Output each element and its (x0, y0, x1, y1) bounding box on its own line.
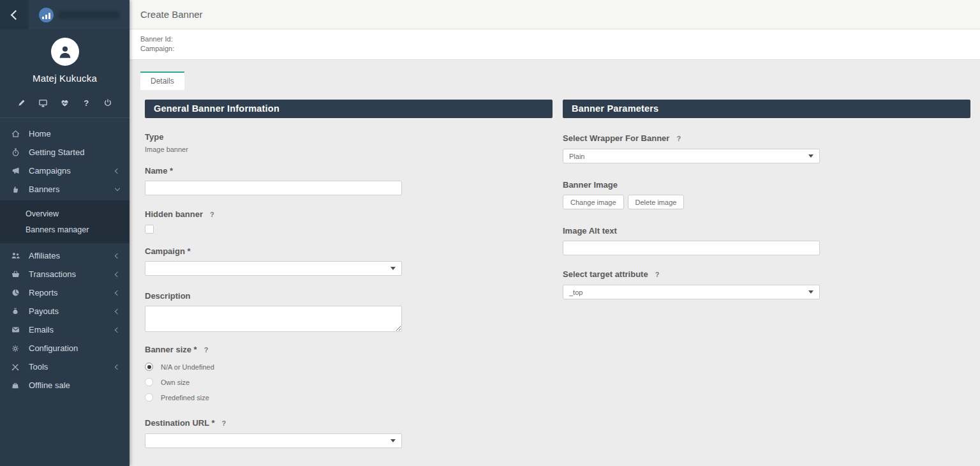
collapse-sidebar-button[interactable] (0, 0, 29, 29)
target-attribute-select[interactable]: _top (563, 285, 820, 299)
sidebar-item-tools[interactable]: Tools (0, 357, 130, 376)
sidebar-item-label: Reports (29, 288, 115, 297)
home-icon (10, 129, 20, 139)
sidebar: Matej Kukucka ? Home Getting Started Cam… (0, 0, 130, 466)
panel-title: General Banner Information (145, 100, 553, 118)
help-icon[interactable]: ? (676, 135, 681, 142)
destination-url-label: Destination URL * (145, 418, 215, 428)
power-icon[interactable] (103, 98, 113, 108)
content: Details General Banner Information Type … (130, 60, 980, 466)
wrapper-select[interactable]: Plain (563, 149, 820, 163)
campaign-meta-label: Campaign: (140, 44, 980, 54)
sidebar-item-banners[interactable]: Banners (0, 180, 130, 199)
description-label: Description (145, 291, 553, 301)
radio-button-checked[interactable] (145, 363, 153, 371)
user-name: Matej Kukucka (0, 73, 130, 84)
radio-option-own-size[interactable]: Own size (145, 378, 553, 386)
type-field: Type Image banner (145, 132, 553, 153)
target-attribute-field: Select target attribute? _top (563, 268, 970, 299)
chevron-left-icon (115, 271, 120, 276)
name-input[interactable] (145, 181, 402, 195)
radio-option-predefined-size[interactable]: Predefined size (145, 393, 553, 402)
chevron-left-icon (115, 168, 120, 173)
delete-image-button[interactable]: Delete image (628, 195, 685, 209)
description-field: Description (145, 291, 553, 332)
help-icon[interactable]: ? (222, 419, 226, 427)
sidebar-subitem-banners-manager[interactable]: Banners manager (0, 222, 130, 237)
name-field: Name * (145, 166, 553, 195)
campaign-select[interactable] (145, 261, 402, 276)
pie-chart-icon (10, 288, 20, 297)
chevron-left-icon (115, 364, 120, 369)
sidebar-item-configuration[interactable]: Configuration (0, 339, 130, 357)
tab-bar: Details (140, 71, 980, 90)
money-bag-icon (10, 307, 20, 316)
monitor-icon[interactable] (38, 98, 48, 108)
tools-icon (10, 363, 20, 372)
heartbeat-icon[interactable] (60, 98, 70, 108)
banner-id-label: Banner Id: (140, 34, 980, 44)
brand-logo (29, 8, 119, 22)
chevron-down-icon (115, 186, 120, 191)
hidden-banner-checkbox[interactable] (145, 225, 154, 234)
sidebar-item-home[interactable]: Home (0, 124, 130, 143)
general-banner-information-panel: General Banner Information Type Image ba… (145, 100, 553, 466)
image-alt-text-label: Image Alt text (563, 226, 970, 236)
target-attribute-value: _top (569, 289, 583, 296)
sidebar-item-reports[interactable]: Reports (0, 283, 130, 302)
users-icon (10, 251, 20, 260)
help-icon[interactable]: ? (204, 346, 209, 354)
sidebar-nav: Home Getting Started Campaigns Banners O… (0, 118, 130, 395)
sidebar-item-offline-sale[interactable]: Offline sale (0, 376, 130, 395)
sidebar-item-campaigns[interactable]: Campaigns (0, 162, 130, 180)
change-image-button[interactable]: Change image (563, 195, 624, 209)
destination-url-variables-field: Destination URL variables? (145, 463, 553, 466)
chevron-left-icon (11, 10, 21, 20)
sidebar-item-emails[interactable]: Emails (0, 320, 130, 339)
campaign-label: Campaign * (145, 246, 553, 256)
sidebar-subitem-overview[interactable]: Overview (0, 206, 130, 222)
banner-size-field: Banner size *? N/A or Undefined Own size (145, 343, 553, 402)
radio-label: Own size (161, 379, 189, 386)
wrapper-label: Select Wrapper For Banner (563, 133, 669, 143)
sidebar-item-getting-started[interactable]: Getting Started (0, 143, 130, 162)
banner-image-field: Banner Image Change image Delete image (563, 180, 970, 209)
destination-url-select[interactable] (145, 433, 402, 448)
hidden-banner-field: Hidden banner? (145, 208, 553, 234)
type-value: Image banner (145, 146, 553, 153)
tab-details[interactable]: Details (140, 71, 184, 90)
banner-size-radio-group: N/A or Undefined Own size Predefined siz… (145, 363, 553, 402)
sidebar-item-label: Getting Started (29, 147, 119, 157)
shopping-bag-icon (10, 381, 20, 390)
description-textarea[interactable] (145, 306, 402, 332)
campaign-field: Campaign * (145, 246, 553, 276)
sidebar-item-affiliates[interactable]: Affiliates (0, 246, 130, 265)
sidebar-item-label: Affiliates (29, 251, 115, 260)
radio-label: N/A or Undefined (161, 363, 214, 371)
panel-title: Banner Parameters (563, 100, 970, 118)
sidebar-item-label: Offline sale (29, 380, 119, 390)
banner-size-label: Banner size * (145, 345, 197, 354)
name-label: Name * (145, 166, 553, 176)
sidebar-topbar (0, 0, 130, 29)
pencil-icon[interactable] (17, 98, 27, 108)
destination-url-field: Destination URL *? (145, 417, 553, 448)
sidebar-item-label: Transactions (29, 269, 115, 279)
sidebar-item-transactions[interactable]: Transactions (0, 265, 130, 283)
help-icon[interactable]: ? (81, 98, 91, 108)
radio-option-na-or-undefined[interactable]: N/A or Undefined (145, 363, 553, 371)
gear-icon (10, 344, 20, 353)
type-label: Type (145, 132, 553, 142)
page-header: Create Banner (130, 0, 980, 29)
help-icon[interactable]: ? (655, 271, 660, 278)
image-alt-text-input[interactable] (563, 241, 820, 255)
caret-down-icon (390, 439, 396, 442)
help-icon[interactable]: ? (210, 211, 214, 218)
radio-button[interactable] (145, 393, 153, 402)
sidebar-subitem-label: Banners manager (26, 225, 89, 234)
sidebar-item-label: Campaigns (29, 166, 115, 176)
radio-button[interactable] (145, 378, 153, 386)
caret-down-icon (808, 154, 813, 158)
sidebar-item-payouts[interactable]: Payouts (0, 302, 130, 320)
hidden-banner-label: Hidden banner (145, 209, 203, 219)
